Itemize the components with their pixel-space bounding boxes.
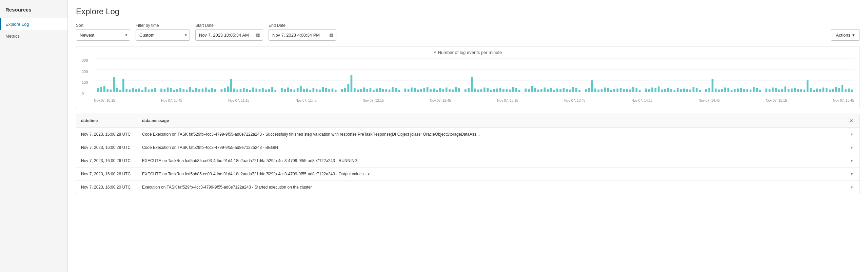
actions-button[interactable]: Actions ▾ xyxy=(831,29,860,41)
svg-rect-208 xyxy=(778,90,780,92)
end-date-input[interactable] xyxy=(269,29,336,41)
svg-rect-67 xyxy=(306,89,308,92)
svg-rect-56 xyxy=(268,89,270,92)
svg-rect-146 xyxy=(569,90,571,92)
svg-rect-178 xyxy=(677,88,679,92)
svg-rect-75 xyxy=(332,89,334,92)
svg-rect-105 xyxy=(433,89,435,92)
log-datetime: Nov 7, 2023, 16:00:20 UTC xyxy=(76,181,137,194)
svg-rect-195 xyxy=(734,89,736,92)
svg-rect-65 xyxy=(300,86,302,92)
log-table: datetime data.message ✕ Nov 7, 2023, 16:… xyxy=(76,114,860,194)
svg-rect-94 xyxy=(395,88,397,92)
x-label-3: Nov 07, 11:45 xyxy=(295,99,316,102)
svg-rect-181 xyxy=(686,89,688,92)
svg-rect-231 xyxy=(851,90,853,92)
expand-row-button[interactable]: ▾ xyxy=(849,158,855,164)
chart-toggle-icon[interactable]: ▾ xyxy=(434,50,436,55)
svg-rect-155 xyxy=(601,89,603,92)
svg-rect-126 xyxy=(502,89,505,92)
sidebar-item-explore-log[interactable]: Explore Log xyxy=(0,18,67,30)
table-row: Nov 7, 2023, 16:00:26 UTCEXECUTE on Task… xyxy=(76,154,860,168)
expand-row-button[interactable]: ▾ xyxy=(849,171,855,177)
svg-rect-98 xyxy=(411,88,413,92)
svg-rect-140 xyxy=(550,88,552,92)
svg-rect-147 xyxy=(572,87,574,92)
svg-rect-152 xyxy=(591,80,593,92)
svg-rect-182 xyxy=(689,90,691,92)
svg-rect-219 xyxy=(813,90,815,92)
svg-rect-209 xyxy=(781,89,783,92)
svg-rect-162 xyxy=(623,89,625,92)
svg-rect-36 xyxy=(202,89,204,92)
svg-rect-82 xyxy=(357,90,359,92)
svg-rect-15 xyxy=(132,88,134,92)
svg-rect-214 xyxy=(797,89,799,92)
svg-rect-221 xyxy=(819,89,821,92)
svg-rect-80 xyxy=(351,75,353,92)
svg-rect-172 xyxy=(658,86,660,92)
svg-rect-203 xyxy=(759,90,761,92)
svg-rect-227 xyxy=(838,88,840,92)
svg-rect-145 xyxy=(566,89,568,92)
svg-rect-52 xyxy=(255,89,257,92)
svg-rect-110 xyxy=(449,89,451,92)
svg-rect-55 xyxy=(265,90,267,92)
svg-rect-86 xyxy=(370,88,372,92)
svg-rect-63 xyxy=(294,90,296,92)
log-message: Code Execution on TASK faf529fb-4cc3-479… xyxy=(137,141,843,154)
svg-rect-191 xyxy=(721,89,723,92)
svg-rect-81 xyxy=(354,88,356,92)
chart-header: ▾ Number of log events per minute xyxy=(82,50,854,55)
expand-row-button[interactable]: ▾ xyxy=(849,131,855,137)
svg-rect-194 xyxy=(731,90,733,92)
svg-rect-223 xyxy=(826,88,828,92)
svg-rect-134 xyxy=(531,86,533,92)
sidebar: Resources Explore Log Metrics xyxy=(0,0,68,272)
svg-rect-79 xyxy=(347,84,349,92)
filter-label: Filter by time xyxy=(136,23,190,28)
svg-rect-32 xyxy=(189,87,191,92)
table-close-button[interactable]: ✕ xyxy=(848,117,855,124)
svg-rect-85 xyxy=(366,89,368,92)
x-label-11: Nov 07, 15:45 xyxy=(833,99,854,102)
expand-row-button[interactable]: ▾ xyxy=(849,184,855,190)
svg-rect-216 xyxy=(804,90,806,92)
chart-y-labels: 300 200 100 0 xyxy=(82,58,93,102)
svg-rect-206 xyxy=(772,88,774,92)
sidebar-item-metrics[interactable]: Metrics xyxy=(0,30,67,42)
svg-rect-24 xyxy=(164,89,166,92)
svg-rect-26 xyxy=(170,88,172,92)
log-message: EXECUTE on TaskRun fcd5ab85-ce03-4dbc-91… xyxy=(137,154,843,168)
filter-select[interactable]: Custom Last 15 minutes Last 1 hour Last … xyxy=(136,29,190,41)
svg-rect-136 xyxy=(537,90,539,92)
svg-rect-131 xyxy=(518,90,520,92)
svg-rect-102 xyxy=(423,88,426,92)
svg-rect-177 xyxy=(674,90,676,92)
svg-rect-170 xyxy=(651,88,653,92)
svg-rect-11 xyxy=(119,90,121,92)
expand-row-button[interactable]: ▾ xyxy=(849,144,855,151)
svg-rect-211 xyxy=(788,89,790,92)
svg-rect-117 xyxy=(474,89,476,92)
svg-rect-70 xyxy=(316,89,318,92)
expand-cell: ▾ xyxy=(843,168,860,181)
svg-rect-116 xyxy=(471,77,473,92)
svg-rect-200 xyxy=(750,90,752,92)
svg-rect-167 xyxy=(639,90,641,92)
svg-rect-129 xyxy=(512,87,514,92)
svg-rect-20 xyxy=(148,90,150,92)
svg-rect-74 xyxy=(328,89,330,92)
svg-rect-226 xyxy=(835,87,837,92)
svg-rect-175 xyxy=(667,88,669,92)
start-date-input[interactable] xyxy=(195,29,263,41)
svg-rect-186 xyxy=(705,89,707,92)
svg-rect-44 xyxy=(230,79,232,92)
x-label-6: Nov 07, 13:15 xyxy=(497,99,518,102)
svg-rect-8 xyxy=(110,90,112,92)
svg-rect-106 xyxy=(436,90,438,92)
x-label-8: Nov 07, 14:15 xyxy=(631,99,652,102)
sort-select[interactable]: Newest Oldest xyxy=(76,29,130,41)
svg-rect-90 xyxy=(382,89,384,92)
svg-rect-174 xyxy=(664,89,666,92)
